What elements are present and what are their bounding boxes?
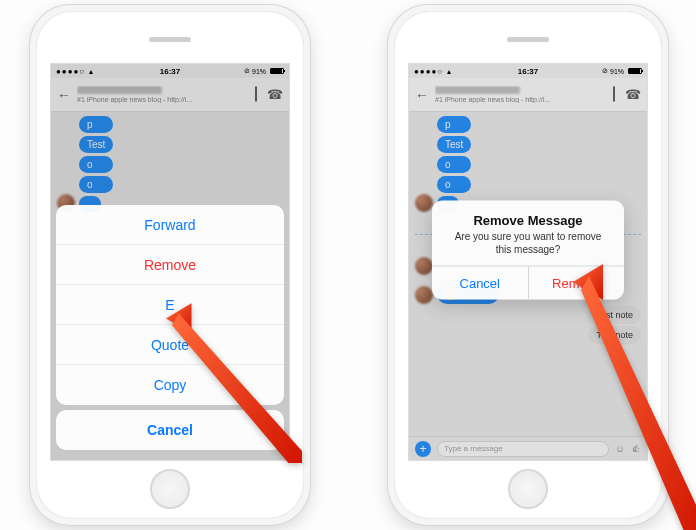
home-button[interactable] [508, 469, 548, 509]
home-button[interactable] [150, 469, 190, 509]
alert-cancel-button[interactable]: Cancel [432, 267, 528, 300]
phone-frame-left: ●●●●○ ▴ 16:37 ⊘ 91% ← [30, 5, 310, 525]
screen-left: ●●●●○ ▴ 16:37 ⊘ 91% ← [50, 63, 290, 461]
confirm-alert: Remove Message Are you sure you want to … [432, 201, 624, 300]
phone-body: ●●●●○ ▴ 16:37 ⊘ 91% ← [36, 11, 304, 519]
screen-right: ●●●●○ ▴ 16:37 ⊘ 91% ← [408, 63, 648, 461]
phone-frame-right: ●●●●○ ▴ 16:37 ⊘ 91% ← [388, 5, 668, 525]
action-sheet-group: Forward Remove E Quote Copy [56, 205, 284, 405]
action-cancel[interactable]: Cancel [56, 410, 284, 450]
alert-message: Are you sure you want to remove this mes… [444, 231, 612, 256]
action-copy[interactable]: Copy [56, 365, 284, 405]
speaker-grille [149, 37, 191, 42]
speaker-grille [507, 37, 549, 42]
action-sheet-cancel-group: Cancel [56, 410, 284, 450]
alert-remove-button[interactable]: Remove [528, 267, 625, 300]
action-quote[interactable]: Quote [56, 325, 284, 365]
action-forward[interactable]: Forward [56, 205, 284, 245]
phone-body: ●●●●○ ▴ 16:37 ⊘ 91% ← [394, 11, 662, 519]
alert-title: Remove Message [444, 213, 612, 228]
action-e[interactable]: E [56, 285, 284, 325]
action-sheet: Forward Remove E Quote Copy Cancel [56, 205, 284, 455]
action-remove[interactable]: Remove [56, 245, 284, 285]
